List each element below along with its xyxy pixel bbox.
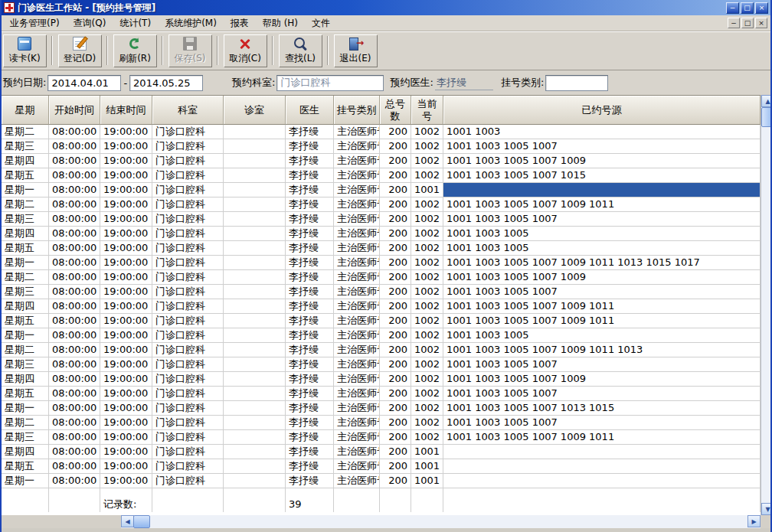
cell[interactable]: 19:00:00 [100,430,152,445]
cell[interactable]: 200 [380,256,411,270]
cell[interactable]: 19:00:00 [100,227,152,241]
cell[interactable]: 李抒缦 [286,197,334,212]
cell[interactable]: 李抒缦 [286,154,334,168]
cell[interactable]: 李抒缦 [286,328,334,343]
cell[interactable]: 星期五 [2,314,49,328]
table-row[interactable]: 星期二08:00:0019:00:00门诊口腔科李抒缦主治医师号20010021… [2,125,761,139]
horizontal-scrollbar[interactable]: ◀ ▶ [121,515,761,528]
table-row[interactable]: 星期三08:00:0019:00:00门诊口腔科李抒缦主治医师号20010021… [2,357,761,372]
cell[interactable]: 李抒缦 [286,357,334,372]
cell[interactable]: 门诊口腔科 [152,328,224,343]
column-header-1[interactable]: 开始时间 [49,96,100,125]
cell[interactable]: 主治医师号 [334,212,380,227]
cell[interactable]: 主治医师号 [334,241,380,256]
table-row[interactable]: 星期四08:00:0019:00:00门诊口腔科李抒缦主治医师号2001001 [2,445,761,459]
cell[interactable]: 1001 1003 1005 1007 [443,212,761,227]
cell[interactable] [443,459,761,474]
cell[interactable]: 门诊口腔科 [152,270,224,285]
cell[interactable] [224,299,286,314]
table-row[interactable]: 星期一08:00:0019:00:00门诊口腔科李抒缦主治医师号20010021… [2,401,761,416]
column-header-9[interactable]: 已约号源 [443,96,761,125]
cell[interactable]: 星期二 [2,270,49,285]
cell[interactable]: 李抒缦 [286,299,334,314]
close-button[interactable]: × [755,2,768,14]
cell[interactable]: 李抒缦 [286,212,334,227]
cell[interactable] [224,183,286,197]
table-row[interactable]: 星期五08:00:0019:00:00门诊口腔科李抒缦主治医师号20010021… [2,241,761,256]
cell[interactable]: 200 [380,227,411,241]
cell[interactable]: 1001 [411,459,443,474]
cell[interactable]: 门诊口腔科 [152,285,224,299]
cell[interactable]: 1001 [411,445,443,459]
cell[interactable]: 08:00:00 [49,183,100,197]
cell[interactable]: 李抒缦 [286,372,334,387]
cell[interactable]: 1002 [411,197,443,212]
cell[interactable]: 08:00:00 [49,430,100,445]
cell[interactable]: 200 [380,139,411,154]
cell[interactable] [224,357,286,372]
reg-type-input[interactable] [545,75,608,91]
cell[interactable] [224,459,286,474]
cell[interactable]: 李抒缦 [286,256,334,270]
cell[interactable]: 08:00:00 [49,328,100,343]
cell[interactable]: 主治医师号 [334,314,380,328]
scroll-left-icon[interactable]: ◀ [121,515,134,527]
cell[interactable]: 李抒缦 [286,285,334,299]
menu-item-3[interactable]: 系统维护(M) [158,15,224,31]
column-header-8[interactable]: 当前号 [411,96,443,125]
cell[interactable]: 门诊口腔科 [152,343,224,357]
cell[interactable]: 门诊口腔科 [152,474,224,488]
table-row[interactable]: 星期五08:00:0019:00:00门诊口腔科李抒缦主治医师号20010021… [2,168,761,183]
cell[interactable] [224,125,286,139]
minimize-button[interactable]: − [726,2,739,14]
horizontal-scroll-thumb[interactable] [133,515,150,528]
cell[interactable]: 星期三 [2,430,49,445]
cell[interactable] [224,197,286,212]
cell[interactable]: 1002 [411,154,443,168]
cell[interactable]: 08:00:00 [49,256,100,270]
cell[interactable]: 1001 1003 1005 1007 1015 [443,168,761,183]
cell[interactable]: 1002 [411,372,443,387]
cell[interactable]: 星期一 [2,328,49,343]
cell[interactable]: 1001 1003 1005 1007 1009 1011 [443,430,761,445]
cell[interactable] [224,314,286,328]
table-row[interactable]: 星期三08:00:0019:00:00门诊口腔科李抒缦主治医师号20010021… [2,430,761,445]
cell[interactable]: 200 [380,401,411,416]
cell[interactable] [224,474,286,488]
cell[interactable]: 19:00:00 [100,256,152,270]
cell[interactable]: 门诊口腔科 [152,357,224,372]
cell[interactable]: 1001 1003 1005 1007 [443,285,761,299]
cell[interactable]: 08:00:00 [49,212,100,227]
cell[interactable]: 星期四 [2,299,49,314]
cell[interactable]: 星期一 [2,401,49,416]
cell[interactable]: 1001 1003 1005 1007 1009 1011 [443,314,761,328]
cell[interactable]: 星期五 [2,241,49,256]
cell[interactable]: 19:00:00 [100,416,152,430]
cell[interactable]: 1002 [411,125,443,139]
cell[interactable]: 星期二 [2,197,49,212]
cell[interactable]: 门诊口腔科 [152,139,224,154]
cell[interactable]: 李抒缦 [286,430,334,445]
cell[interactable]: 19:00:00 [100,139,152,154]
cell[interactable]: 19:00:00 [100,154,152,168]
cell[interactable]: 1002 [411,387,443,401]
column-header-0[interactable]: 星期 [2,96,49,125]
cell[interactable] [224,372,286,387]
cell[interactable]: 08:00:00 [49,270,100,285]
column-header-3[interactable]: 科室 [152,96,224,125]
cell[interactable]: 1001 1003 1005 1007 1013 1015 [443,401,761,416]
cell[interactable] [224,416,286,430]
cell[interactable]: 星期一 [2,256,49,270]
cell[interactable]: 门诊口腔科 [152,459,224,474]
cell[interactable]: 李抒缦 [286,125,334,139]
cell[interactable]: 主治医师号 [334,357,380,372]
cell[interactable]: 李抒缦 [286,183,334,197]
cell[interactable]: 200 [380,445,411,459]
cell[interactable]: 1001 1003 1005 1007 [443,387,761,401]
cell[interactable] [224,154,286,168]
cell[interactable]: 星期四 [2,154,49,168]
cell[interactable]: 星期三 [2,357,49,372]
cell[interactable]: 李抒缦 [286,227,334,241]
find-button[interactable]: 查找(L) [279,34,322,67]
table-row[interactable]: 星期二08:00:0019:00:00门诊口腔科李抒缦主治医师号20010021… [2,270,761,285]
